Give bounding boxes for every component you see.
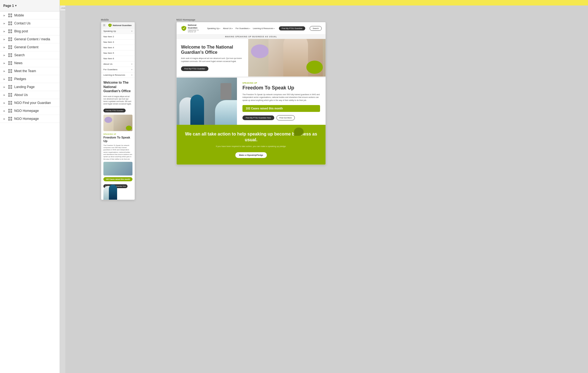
- desktop-hero-cta-button[interactable]: Find My FTSU Guardian: [181, 66, 208, 71]
- mobile-nav-speaking-up[interactable]: Speaking Up ▾: [101, 29, 135, 34]
- nav-chevron-icon: ▾: [131, 63, 132, 65]
- expand-icon: ▶: [3, 53, 6, 57]
- grid-icon: [8, 117, 12, 121]
- sidebar-item-ngo-homepage-2[interactable]: ▶ NGO Homepage: [0, 115, 60, 123]
- desktop-nav-links: Speaking Up ▾ About Us ▾ For Guardians ▾…: [207, 27, 275, 30]
- grid-icon: [8, 69, 12, 73]
- mobile-nav-item-6[interactable]: Nav Item 6: [101, 56, 135, 61]
- sidebar-item-news[interactable]: ▶ News: [0, 59, 60, 67]
- nav-label: Nav Item 5: [103, 52, 114, 54]
- sidebar-item-blog-post[interactable]: ▶ Blog post: [0, 27, 60, 35]
- sidebar-item-pledges[interactable]: ▶ Pledges: [0, 75, 60, 83]
- nav-link-label: Speaking Up: [207, 27, 219, 30]
- desktop-hero-title: Welcome to The National Guardian's Offic…: [181, 44, 244, 55]
- sidebar-label: NGO Find your Guardian: [14, 101, 51, 105]
- nav-about-us[interactable]: About Us ▾: [223, 27, 233, 30]
- nav-for-guardians[interactable]: For Guardians ▾: [236, 27, 250, 30]
- make-pledge-button[interactable]: Make a #SpeakUpPledge: [235, 152, 267, 158]
- sidebar-header[interactable]: Page 1 ▾: [0, 0, 60, 12]
- mobile-section-body: The Freedom To Speak Up network comprise…: [103, 144, 132, 160]
- mobile-nav-learning-resources[interactable]: Learning & Resources ▾: [101, 72, 135, 78]
- grid-icon: [8, 21, 12, 25]
- nav-link-label: Learning & Resources: [253, 27, 273, 30]
- sidebar-label: Landing Page: [14, 85, 35, 89]
- expand-icon: ▶: [3, 77, 6, 81]
- chevron-down-icon: ▾: [219, 27, 220, 29]
- desktop-frame-label: NGO Homepage: [176, 18, 195, 21]
- grid-icon: [8, 77, 12, 81]
- sidebar-label: Blog post: [14, 29, 28, 33]
- sidebar-label: Mobile: [14, 13, 24, 17]
- sidebar-item-meet-the-team[interactable]: ▶ Meet the Team: [0, 67, 60, 75]
- desktop-section-content: SPEAKING UP Freedom To Speak Up The Free…: [237, 78, 326, 125]
- expand-icon: ▶: [3, 30, 6, 33]
- grid-icon: [8, 13, 12, 17]
- sidebar-item-landing-page[interactable]: ▶ Landing Page: [0, 83, 60, 91]
- mobile-frame: ✕ National Guardian Speaking Up ▾ Nav It…: [101, 22, 135, 200]
- cta-body: If you have been inspired to take action…: [182, 145, 320, 148]
- chevron-down-icon: ▾: [274, 27, 275, 29]
- sidebar-item-contact-us[interactable]: ▶ Contact Us: [0, 19, 60, 27]
- expand-icon: ▶: [3, 22, 6, 25]
- sidebar-item-about-us[interactable]: ▶ About Us: [0, 91, 60, 99]
- sidebar: Page 1 ▾ ▶ Mobile ▶ Contact Us ▶ Blog po…: [0, 0, 60, 373]
- sidebar-label: Contact Us: [14, 21, 30, 25]
- search-button[interactable]: Search: [310, 26, 322, 31]
- grid-icon: [8, 37, 12, 41]
- nav-learning-resources[interactable]: Learning & Resources ▾: [253, 27, 275, 30]
- sidebar-label: Search: [14, 53, 25, 57]
- nav-link-label: For Guardians: [236, 27, 249, 30]
- sidebar-label: News: [14, 61, 22, 65]
- lab-figure-3: [215, 100, 237, 125]
- mobile-nav-item-4[interactable]: Nav Item 4: [101, 45, 135, 50]
- sidebar-item-general-content-media[interactable]: ▶ General Content / media: [0, 35, 60, 43]
- sidebar-item-ngo-homepage-1[interactable]: ▶ NGO Homepage: [0, 107, 60, 115]
- sidebar-label: General Content: [14, 45, 38, 49]
- mobile-frame-label: Mobile: [101, 18, 109, 21]
- find-out-more-button[interactable]: Find Out More: [276, 115, 295, 120]
- sidebar-item-search[interactable]: ▶ Search: [0, 51, 60, 59]
- main-canvas: -24400 -23800 -23300 -22800 -22300 -2180…: [60, 5, 588, 373]
- desktop-lab-image: [177, 78, 237, 125]
- mobile-nav-item-5[interactable]: Nav Item 5: [101, 50, 135, 56]
- nav-speaking-up[interactable]: Speaking Up ▾: [207, 27, 220, 30]
- sidebar-item-mobile[interactable]: ▶ Mobile: [0, 12, 60, 19]
- mobile-close-button[interactable]: ✕: [103, 24, 106, 27]
- mobile-header-bar: ✕ National Guardian: [101, 22, 135, 29]
- nav-label: Learning & Resources: [103, 74, 125, 76]
- mobile-hero-body: Anim aute id magna aliqua ad ad non dese…: [103, 95, 132, 105]
- nav-label: About Us: [103, 63, 112, 65]
- expand-icon: ▶: [3, 46, 6, 49]
- section-body: The Freedom To Speak Up network comprise…: [242, 93, 320, 102]
- find-ftsu-guardian-now-button[interactable]: Find My FTSU Guardian Now: [242, 115, 274, 120]
- mobile-lab-image: [103, 162, 132, 176]
- logo-name: National Guardian: [188, 24, 200, 29]
- nav-label: Nav Item 3: [103, 41, 114, 43]
- mobile-hero-cta-button[interactable]: Find My FTSU Guardian: [103, 109, 126, 112]
- sidebar-label: Meet the Team: [14, 69, 36, 73]
- sidebar-item-general-content[interactable]: ▶ General Content: [0, 43, 60, 51]
- sidebar-item-ngo-find-guardian[interactable]: ▶ NGO Find your Guardian: [0, 99, 60, 107]
- grid-icon: [8, 85, 12, 89]
- find-ftsu-guardian-button[interactable]: Find My FTSU Guardian: [279, 26, 305, 30]
- cases-raised-badge: 102 Cases raised this month: [242, 105, 320, 112]
- chevron-down-icon: ▾: [249, 27, 250, 29]
- lab-equipment: [220, 83, 231, 100]
- expand-icon: ▶: [3, 101, 6, 104]
- nav-label: Nav Item 2: [103, 35, 114, 38]
- nav-chevron-icon: ▾: [131, 74, 132, 76]
- mobile-section-title: Freedom To Speak Up: [103, 136, 132, 143]
- sidebar-label: NGO Homepage: [14, 117, 39, 121]
- nav-label: Speaking Up: [103, 30, 116, 32]
- expand-icon: ▶: [3, 117, 6, 120]
- expand-icon: ▶: [3, 93, 6, 97]
- speaking-tag: SPEAKING UP: [242, 82, 320, 84]
- mobile-nav-about-us[interactable]: About Us ▾: [101, 61, 135, 67]
- desktop-banner: MAKING SPEAKING UP BUSINESS AS USUAL: [177, 35, 326, 39]
- mobile-nav-item-3[interactable]: Nav Item 3: [101, 39, 135, 45]
- lab-figure-2: [109, 185, 117, 200]
- desktop-nav: National Guardian FREEDOM TO SPEAK UP Sp…: [177, 22, 326, 35]
- mobile-nav-for-guardians[interactable]: For Guardians ▾: [101, 67, 135, 72]
- nav-chevron-icon: ▾: [131, 69, 132, 71]
- mobile-nav-item-2[interactable]: Nav Item 2: [101, 34, 135, 39]
